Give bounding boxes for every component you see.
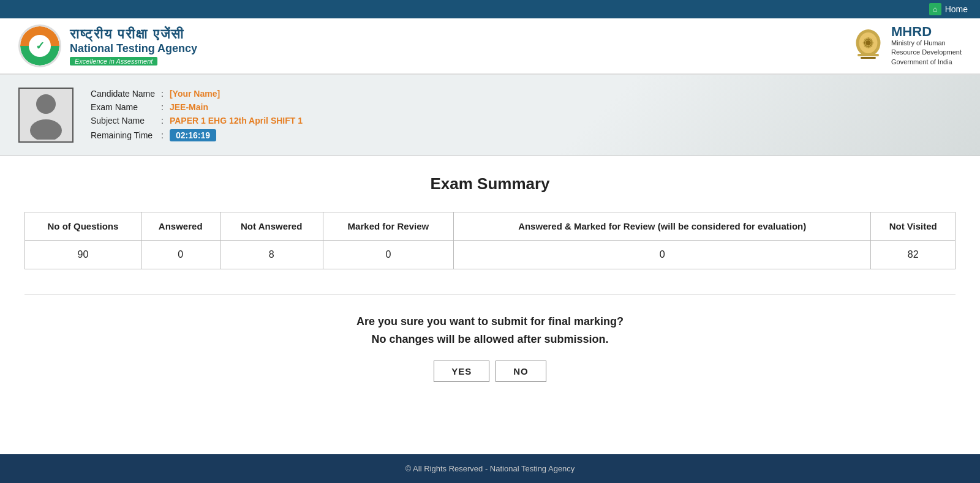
summary-table: No of Questions Answered Not Answered Ma… bbox=[24, 212, 956, 269]
name-value: [Your Name] bbox=[165, 87, 307, 100]
org-hindi: राष्ट्रीय परीक्षा एजेंसी bbox=[70, 26, 197, 42]
svg-point-11 bbox=[36, 94, 56, 114]
logo-section: ✓ राष्ट्रीय परीक्षा एजेंसी National Test… bbox=[18, 24, 197, 67]
col-not-visited: Not Visited bbox=[871, 212, 956, 241]
yes-button[interactable]: YES bbox=[434, 361, 489, 382]
col-marked-review: Marked for Review bbox=[323, 212, 453, 241]
name-label: Candidate Name bbox=[86, 87, 160, 100]
home-icon: ⌂ bbox=[929, 3, 941, 15]
val-questions: 90 bbox=[25, 241, 141, 269]
col-answered: Answered bbox=[141, 212, 220, 241]
col-answered-marked: Answered & Marked for Review (will be co… bbox=[453, 212, 871, 241]
confirm-text: Are you sure you want to submit for fina… bbox=[24, 313, 956, 348]
summary-data-row: 90 0 8 0 0 82 bbox=[25, 241, 956, 269]
confirm-line1: Are you sure you want to submit for fina… bbox=[356, 315, 624, 328]
candidate-info: Candidate Name : [Your Name] Exam Name :… bbox=[86, 87, 307, 143]
nta-logo: ✓ bbox=[18, 24, 61, 67]
subject-label: Subject Name bbox=[86, 114, 160, 127]
mhrd-text-block: MHRD Ministry of Human Resource Developm… bbox=[891, 25, 962, 67]
exam-summary-title: Exam Summary bbox=[24, 174, 956, 193]
mhrd-sub2: Resource Development bbox=[891, 48, 962, 56]
confirm-buttons: YES NO bbox=[24, 361, 956, 382]
val-answered: 0 bbox=[141, 241, 220, 269]
nta-text: राष्ट्रीय परीक्षा एजेंसी National Testin… bbox=[70, 26, 197, 66]
col-questions: No of Questions bbox=[25, 212, 141, 241]
header: ✓ राष्ट्रीय परीक्षा एजेंसी National Test… bbox=[0, 18, 980, 75]
val-marked-review: 0 bbox=[323, 241, 453, 269]
svg-rect-5 bbox=[861, 57, 876, 59]
col-not-answered: Not Answered bbox=[220, 212, 323, 241]
tagline: Excellence in Assessment bbox=[70, 57, 157, 66]
candidate-avatar bbox=[18, 88, 74, 143]
home-button[interactable]: ⌂ Home bbox=[929, 3, 968, 15]
confirm-section: Are you sure you want to submit for fina… bbox=[24, 313, 956, 382]
exam-value: JEE-Main bbox=[165, 100, 307, 114]
main-content: Exam Summary No of Questions Answered No… bbox=[0, 156, 980, 400]
val-not-visited: 82 bbox=[871, 241, 956, 269]
svg-point-12 bbox=[30, 119, 62, 140]
org-english: National Testing Agency bbox=[70, 42, 197, 55]
no-button[interactable]: NO bbox=[496, 361, 546, 382]
svg-rect-4 bbox=[858, 54, 879, 56]
top-bar: ⌂ Home bbox=[0, 0, 980, 18]
time-label: Remaining Time bbox=[86, 127, 160, 143]
mhrd-sub1: Ministry of Human bbox=[891, 39, 946, 47]
separator bbox=[24, 294, 956, 294]
val-not-answered: 8 bbox=[220, 241, 323, 269]
confirm-line2: No changes will be allowed after submiss… bbox=[371, 333, 608, 345]
subject-value: PAPER 1 EHG 12th April SHIFT 1 bbox=[165, 114, 307, 127]
val-answered-marked: 0 bbox=[453, 241, 871, 269]
candidate-section: Candidate Name : [Your Name] Exam Name :… bbox=[0, 75, 980, 156]
home-label: Home bbox=[945, 4, 968, 14]
exam-label: Exam Name bbox=[86, 100, 160, 114]
mhrd-title: MHRD bbox=[891, 25, 962, 39]
mhrd-section: MHRD Ministry of Human Resource Developm… bbox=[851, 25, 962, 67]
mhrd-sub3: Government of India bbox=[891, 58, 952, 66]
mhrd-emblem bbox=[851, 26, 885, 66]
timer-value: 02:16:19 bbox=[170, 129, 216, 141]
